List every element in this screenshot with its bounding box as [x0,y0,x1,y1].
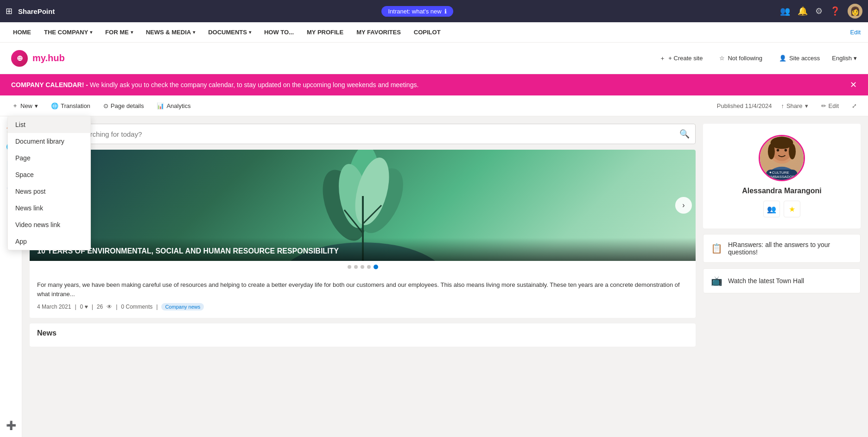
nav-copilot[interactable]: COPILOT [408,22,446,43]
carousel-dot-1[interactable] [348,265,351,269]
share-label: Share [786,102,803,109]
help-icon[interactable]: ❓ [830,6,840,16]
new-button[interactable]: ＋ New ▾ [7,99,43,112]
announcement-banner: COMPANY CALENDAR! - We kindly ask you to… [0,74,868,95]
dropdown-item-document-library[interactable]: Document library [8,133,90,150]
dropdown-item-page[interactable]: Page [8,150,90,166]
globe-icon: 🌐 [51,102,58,109]
profile-name: Alessandra Marangoni [742,187,822,195]
town-hall-icon: 📺 [711,275,722,286]
carousel-next-button[interactable]: › [675,197,692,214]
following-button[interactable]: ☆ Not following [715,52,767,64]
dropdown-item-video-news-link[interactable]: Video news link [8,216,90,233]
bell-icon[interactable]: 🔔 [798,6,808,16]
profile-card: ✦CULTUREAMBASSADOR Alessandra Marangoni … [703,124,861,228]
article-body: For many years, we have been making care… [37,280,688,298]
user-avatar[interactable]: 👩 [848,4,862,19]
nav-documents[interactable]: DOCUMENTS ▾ [203,22,257,43]
carousel-dot-5[interactable] [374,265,378,269]
published-label: Published 11/4/2024 [717,102,772,109]
gear-icon[interactable]: ⚙ [815,6,823,16]
profile-avatar: ✦CULTUREAMBASSADOR [759,135,805,181]
nav-edit[interactable]: Edit [850,29,861,36]
expand-icon: ⤢ [852,102,857,109]
nav-for-me[interactable]: FOR ME ▾ [100,22,139,43]
expand-button[interactable]: ⤢ [848,100,861,112]
translation-button[interactable]: 🌐 Translation [46,100,95,112]
dropdown-item-news-post[interactable]: News post [8,183,90,200]
language-label: English [832,55,852,62]
plus-icon: ＋ [659,54,665,63]
people-icon: 👤 [779,55,786,62]
nav-how-to[interactable]: HOW TO... [259,22,299,43]
quick-link-hranswers[interactable]: 📋 HRanswers: all the answers to your que… [703,234,861,263]
logo-suffix: hub [48,53,65,63]
new-dropdown-menu: List Document library Page Space News po… [7,116,91,250]
dropdown-item-space[interactable]: Space [8,166,90,183]
hranswers-label: HRanswers: all the answers to your quest… [728,241,853,256]
top-bar-left: ⊞ SharePoint [6,6,55,16]
dropdown-item-list[interactable]: List [8,116,90,133]
top-bar-right: 👥 🔔 ⚙ ❓ 👩 [780,4,862,19]
article-date: 4 March 2021 [37,304,71,310]
comment-count: 0 Comments [121,304,152,310]
create-site-label: + Create site [668,55,703,62]
page-details-button[interactable]: ⊙ Page details [99,100,149,112]
article-tag[interactable]: Company news [161,303,204,310]
waffle-icon[interactable]: ⊞ [6,6,13,16]
carousel-dot-3[interactable] [361,265,364,269]
carousel-dot-4[interactable] [367,265,371,269]
chevron-down-icon: ▾ [35,102,38,109]
svg-point-12 [768,144,775,159]
create-site-button[interactable]: ＋ + Create site [655,51,707,65]
news-title: News [37,329,688,337]
info-icon: ℹ [444,8,447,15]
dropdown-item-news-link[interactable]: News link [8,200,90,216]
town-hall-label: Watch the latest Town Hall [728,277,804,285]
quick-link-town-hall[interactable]: 📺 Watch the latest Town Hall [703,268,861,293]
profile-connect-button[interactable]: 👥 [763,201,780,217]
carousel-dot-2[interactable] [354,265,358,269]
edit-label: Edit [829,102,839,109]
edit-button[interactable]: ✏ Edit [817,100,843,112]
separator: | [156,304,158,310]
intranet-badge[interactable]: Intranet: what's new ℹ [381,6,453,17]
nav-news-media[interactable]: NEWS & MEDIA ▾ [140,22,201,43]
star-icon: ☆ [719,55,725,62]
chevron-down-icon: ▾ [854,55,857,62]
separator: | [92,304,93,310]
nav-home[interactable]: HOME [7,22,37,43]
nav-the-company[interactable]: THE COMPANY ▾ [38,22,98,43]
dropdown-item-app[interactable]: App [8,233,90,250]
sidebar-icon-add[interactable]: ➕ [3,417,19,434]
share-button[interactable]: ↑ Share ▾ [777,100,811,112]
language-button[interactable]: English ▾ [832,55,857,62]
search-icon[interactable]: 🔍 [679,129,690,139]
content-area: 🔍 Highlights ‹ › [22,116,868,437]
highlights-article-title: 10 YEARS OF ENVIRONMENTAL, SOCIAL AND HU… [30,238,696,261]
translation-label: Translation [61,102,90,109]
chart-icon: 📊 [157,102,164,109]
analytics-button[interactable]: 📊 Analytics [152,100,195,112]
main-layout: 🏠 🌐 📄 👤 ➕ 🔍 Highlights ‹ › [0,116,868,437]
profile-favorite-button[interactable]: ★ [784,201,800,217]
chevron-down-icon: ▾ [131,30,133,35]
share-icon: ↑ [781,102,784,109]
people-icon[interactable]: 👥 [780,6,790,16]
logo-text: my.hub [32,53,65,63]
banner-close-button[interactable]: ✕ [850,80,857,90]
chevron-down-icon: ▾ [805,102,808,109]
toolbar: ＋ New ▾ 🌐 Translation ⊙ Page details 📊 A… [0,95,868,116]
profile-actions: 👥 ★ [763,201,800,217]
search-input[interactable] [36,130,679,138]
site-access-button[interactable]: 👤 Site access [774,52,824,64]
analytics-label: Analytics [166,102,190,109]
top-bar: ⊞ SharePoint Intranet: what's new ℹ 👥 🔔 … [0,0,868,22]
search-bar: 🔍 [30,124,696,144]
article-text: For many years, we have been making care… [30,273,696,318]
chevron-down-icon: ▾ [249,30,251,35]
main-column: 🔍 Highlights ‹ › [30,124,696,430]
highlights-container: Highlights ‹ › [30,150,696,318]
nav-my-favorites[interactable]: MY FAVORITES [351,22,406,43]
nav-my-profile[interactable]: MY PROFILE [301,22,349,43]
